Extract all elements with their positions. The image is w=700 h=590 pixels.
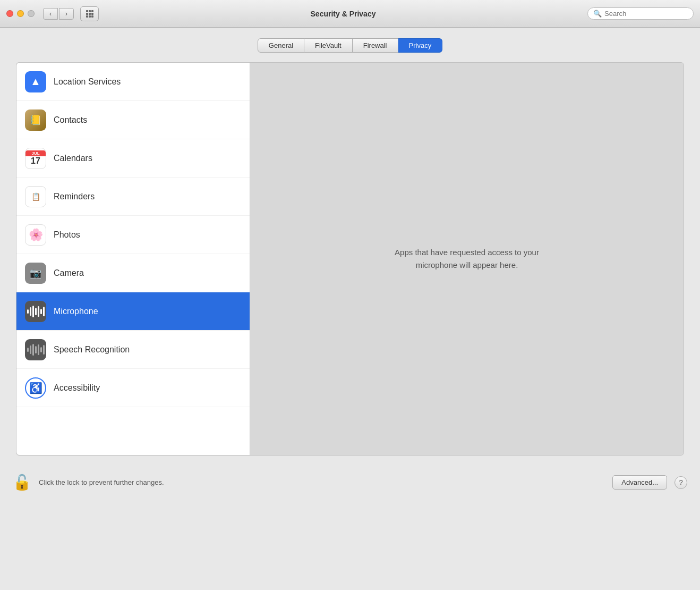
- tab-filevault[interactable]: FileVault: [304, 38, 353, 53]
- camera-icon: 📷: [25, 263, 46, 284]
- sidebar-label-reminders: Reminders: [54, 192, 95, 201]
- sidebar-label-photos: Photos: [54, 230, 80, 240]
- location-icon: ▲: [25, 71, 46, 92]
- close-button[interactable]: [6, 10, 13, 17]
- sidebar-label-accessibility: Accessibility: [54, 383, 100, 393]
- right-panel: Apps that have requested access to your …: [250, 63, 684, 455]
- bottom-bar: 🔓 Click the lock to prevent further chan…: [0, 466, 700, 499]
- speech-icon: [25, 339, 46, 360]
- svg-rect-1: [89, 10, 91, 12]
- svg-rect-4: [89, 13, 91, 15]
- sidebar-item-speech[interactable]: Speech Recognition: [16, 331, 250, 369]
- sidebar-item-camera[interactable]: 📷 Camera: [16, 254, 250, 292]
- svg-rect-6: [86, 15, 88, 18]
- svg-rect-3: [86, 13, 88, 15]
- svg-rect-0: [86, 10, 88, 12]
- traffic-lights: [6, 10, 35, 17]
- maximize-button[interactable]: [28, 10, 35, 17]
- search-box[interactable]: 🔍: [587, 7, 694, 20]
- contacts-icon: 📒: [25, 109, 46, 131]
- nav-buttons: ‹ ›: [43, 8, 74, 20]
- sidebar-item-reminders[interactable]: 📋 Reminders: [16, 178, 250, 216]
- tab-privacy[interactable]: Privacy: [398, 38, 443, 53]
- svg-rect-5: [91, 13, 93, 15]
- sidebar-label-contacts: Contacts: [54, 115, 87, 125]
- tab-firewall[interactable]: Firewall: [353, 38, 398, 53]
- minimize-button[interactable]: [17, 10, 24, 17]
- microphone-icon: [25, 301, 46, 322]
- window-title: Security & Privacy: [103, 10, 583, 18]
- sidebar-label-location: Location Services: [54, 77, 121, 87]
- lock-icon[interactable]: 🔓: [13, 474, 31, 491]
- sidebar-item-contacts[interactable]: 📒 Contacts: [16, 101, 250, 139]
- cal-month: JUL: [25, 150, 46, 156]
- sidebar-item-calendars[interactable]: JUL 17 Calendars: [16, 139, 250, 178]
- tab-bar: General FileVault Firewall Privacy: [16, 38, 684, 53]
- calendar-icon: JUL 17: [25, 148, 46, 169]
- sidebar-item-microphone[interactable]: Microphone: [16, 292, 250, 331]
- cal-day: 17: [31, 156, 40, 166]
- titlebar: ‹ › Security & Privacy 🔍: [0, 0, 700, 28]
- sidebar-label-camera: Camera: [54, 268, 84, 278]
- accessibility-icon: ♿: [25, 377, 46, 399]
- lock-text: Click the lock to prevent further change…: [39, 478, 605, 486]
- forward-button[interactable]: ›: [59, 8, 74, 20]
- right-panel-message: Apps that have requested access to your …: [382, 246, 552, 272]
- advanced-button[interactable]: Advanced...: [612, 475, 667, 490]
- grid-button[interactable]: [80, 6, 99, 21]
- search-input[interactable]: [604, 10, 688, 18]
- sidebar-label-speech: Speech Recognition: [54, 345, 130, 355]
- photos-icon: 🌸: [25, 224, 46, 246]
- sidebar-item-accessibility[interactable]: ♿ Accessibility: [16, 369, 250, 407]
- svg-rect-2: [91, 10, 93, 12]
- sidebar-item-location[interactable]: ▲ Location Services: [16, 63, 250, 101]
- content-area: General FileVault Firewall Privacy ▲ Loc…: [0, 28, 700, 466]
- svg-rect-7: [89, 15, 91, 18]
- help-button[interactable]: ?: [675, 476, 687, 489]
- tab-general[interactable]: General: [258, 38, 304, 53]
- svg-rect-8: [91, 15, 93, 18]
- sidebar-label-calendars: Calendars: [54, 154, 92, 163]
- reminders-icon: 📋: [25, 186, 46, 207]
- sidebar-item-photos[interactable]: 🌸 Photos: [16, 216, 250, 254]
- back-button[interactable]: ‹: [43, 8, 58, 20]
- sidebar: ▲ Location Services 📒 Contacts JUL 17 Ca…: [16, 63, 250, 455]
- search-icon: 🔍: [593, 10, 602, 18]
- main-panel: ▲ Location Services 📒 Contacts JUL 17 Ca…: [16, 62, 684, 456]
- sidebar-label-microphone: Microphone: [54, 307, 98, 316]
